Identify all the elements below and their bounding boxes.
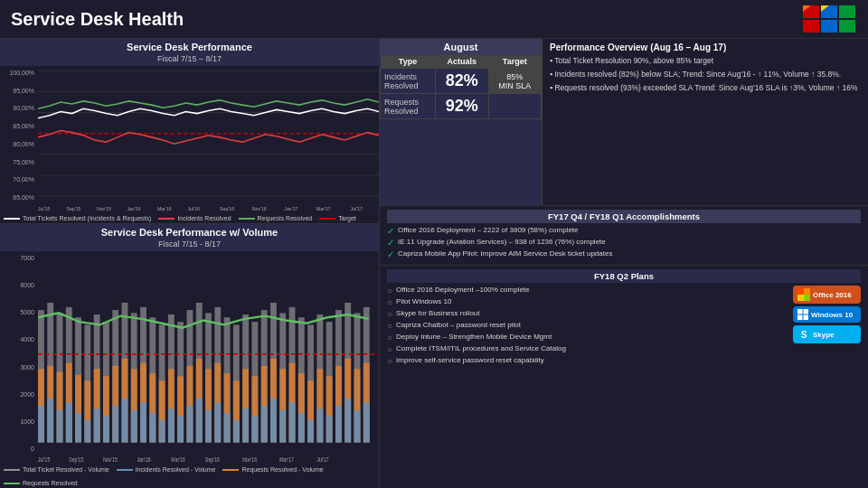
performance-overview: Performance Overview (Aug 16 – Aug 17) ▪… — [542, 39, 868, 205]
perf-title: Performance Overview (Aug 16 – Aug 17) — [550, 42, 861, 52]
svg-rect-99 — [47, 399, 53, 443]
bottom-chart-svg: Jul'15 Sep'15 Nov'15 Jan'16 Mar'16 Sep'1… — [38, 251, 379, 465]
q2-item-5: ○ Deploy Intune – Strengthen Mobile Devi… — [387, 333, 788, 343]
acc-item-3: ✓ Capriza Mobile App Pilot: Improve AIM … — [387, 249, 861, 259]
svg-rect-108 — [131, 410, 137, 443]
circle-icon-1: ○ — [387, 286, 392, 296]
svg-rect-144 — [797, 288, 804, 295]
svg-rect-129 — [326, 416, 333, 442]
legend-green-line — [239, 218, 255, 220]
legend-blue-bar — [117, 469, 133, 471]
svg-text:Jan'16: Jan'16 — [137, 455, 151, 463]
circle-icon-5: ○ — [387, 333, 392, 343]
august-panel: August Type Actuals Target IncidentsReso… — [380, 39, 542, 205]
svg-rect-3 — [821, 20, 837, 33]
skype-badge: S Skype — [793, 325, 861, 343]
q2-items-list: ○ Office 2016 Deployment –100% complete … — [387, 286, 788, 368]
svg-rect-145 — [804, 288, 810, 295]
svg-rect-100 — [57, 410, 63, 443]
circle-icon-7: ○ — [387, 356, 392, 366]
acc-item-1: ✓ Office 2016 Deployment – 2222 of 3809 … — [387, 226, 861, 236]
q2-item-2: ○ Pilot Windows 10 — [387, 297, 788, 307]
svg-text:Mar'16: Mar'16 — [157, 206, 172, 211]
legend-red-line — [158, 218, 175, 220]
circle-icon-6: ○ — [387, 344, 392, 354]
svg-rect-101 — [66, 403, 72, 443]
perf-item-1: ▪ Total Ticket Resolution 90%, above 85%… — [550, 56, 861, 66]
svg-rect-104 — [94, 408, 100, 442]
top-chart-y-axis: 100,00% 95,00% 90,00% 85,00% 80,00% 75,0… — [0, 66, 38, 213]
svg-rect-109 — [140, 403, 146, 443]
legend-green-line2 — [4, 483, 20, 484]
svg-rect-146 — [797, 295, 804, 301]
svg-rect-124 — [279, 410, 286, 443]
svg-rect-122 — [261, 406, 268, 443]
aim-logo — [803, 5, 857, 33]
svg-rect-131 — [344, 399, 351, 443]
svg-text:Nov'15: Nov'15 — [103, 455, 118, 463]
svg-rect-123 — [270, 399, 277, 443]
svg-rect-120 — [242, 408, 249, 442]
svg-text:Sep'16: Sep'16 — [220, 206, 234, 211]
top-chart-legend: Total Tickets Resolved (Incidents & Requ… — [0, 213, 379, 223]
svg-rect-119 — [233, 420, 240, 442]
august-title: August — [380, 39, 542, 55]
q2-item-6: ○ Complete ITSM/ITIL procedures and Serv… — [387, 344, 788, 354]
svg-rect-116 — [205, 410, 212, 443]
svg-text:Nov'16: Nov'16 — [252, 206, 267, 211]
acc-item-2: ✓ IE 11 Upgrade (Aviation Services) – 93… — [387, 238, 861, 248]
accomplishments-section: FY17 Q4 / FY18 Q1 Accomplishments ✓ Offi… — [380, 206, 868, 266]
svg-rect-105 — [103, 416, 109, 442]
q2-item-1: ○ Office 2016 Deployment –100% complete — [387, 286, 788, 296]
main-content: Service Desk Performance Fiscal 7/15 – 8… — [0, 39, 868, 488]
circle-icon-3: ○ — [387, 309, 392, 319]
svg-rect-4 — [839, 5, 855, 18]
svg-rect-5 — [839, 20, 855, 33]
q2-content: ○ Office 2016 Deployment –100% complete … — [387, 286, 861, 368]
check-icon-2: ✓ — [387, 238, 394, 248]
svg-rect-127 — [307, 420, 314, 442]
top-chart-svg: Jul'15 Sep'15 Nov'15 Jan'16 Mar'16 Jul'1… — [38, 66, 379, 213]
svg-rect-126 — [298, 413, 305, 443]
header: Service Desk Health — [0, 0, 868, 39]
svg-text:Nov'16: Nov'16 — [242, 455, 257, 463]
svg-text:Jul'17: Jul'17 — [351, 206, 363, 211]
svg-rect-133 — [363, 403, 370, 443]
svg-rect-114 — [187, 406, 193, 443]
svg-text:S: S — [801, 330, 807, 340]
svg-rect-132 — [354, 410, 361, 443]
svg-text:Mar'17: Mar'17 — [279, 455, 294, 463]
svg-rect-125 — [289, 403, 296, 443]
check-icon-3: ✓ — [387, 249, 394, 259]
svg-text:Jul'16: Jul'16 — [187, 206, 200, 211]
bottom-chart-y-axis-left: 7000 6000 5000 4000 3000 2000 1000 0 — [0, 251, 38, 465]
bottom-chart-legend: Total Ticket Resolved - Volume Incidents… — [0, 465, 379, 488]
svg-rect-111 — [159, 420, 165, 442]
legend-orange-bar — [222, 469, 239, 471]
legend-gray-bar — [4, 469, 20, 471]
svg-text:Sep'15: Sep'15 — [66, 206, 80, 211]
check-icon-1: ✓ — [387, 226, 394, 236]
svg-text:Jul'15: Jul'15 — [38, 455, 51, 463]
svg-text:Jul'15: Jul'15 — [38, 206, 51, 211]
right-top-section: August Type Actuals Target IncidentsReso… — [380, 39, 868, 206]
svg-rect-150 — [797, 315, 803, 321]
bottom-chart-section: Service Desk Performance w/ Volume Fisca… — [0, 224, 379, 488]
svg-rect-149 — [804, 309, 809, 314]
q2-item-7: ○ Improve self-service password reset ca… — [387, 356, 788, 366]
svg-rect-148 — [797, 309, 803, 314]
svg-text:Jul'17: Jul'17 — [316, 455, 329, 463]
top-chart-body: 100,00% 95,00% 90,00% 85,00% 80,00% 75,0… — [0, 66, 379, 213]
page: Service Desk Health Service Desk — [0, 0, 868, 488]
top-chart-header: Service Desk Performance Fiscal 7/15 – 8… — [0, 39, 379, 66]
bottom-chart-header: Service Desk Performance w/ Volume Fisca… — [0, 224, 379, 251]
svg-text:Jan'16: Jan'16 — [127, 206, 140, 211]
svg-rect-121 — [251, 416, 258, 442]
svg-rect-118 — [224, 413, 231, 443]
perf-item-3: ▪ Requests resolved (93%) exceeded SLA T… — [550, 83, 861, 93]
svg-rect-106 — [112, 406, 118, 443]
q2-logos: Office 2016 Windows 10 — [793, 286, 861, 368]
svg-text:Mar'16: Mar'16 — [171, 455, 185, 463]
legend-target-line — [319, 218, 335, 220]
svg-rect-107 — [122, 399, 128, 443]
